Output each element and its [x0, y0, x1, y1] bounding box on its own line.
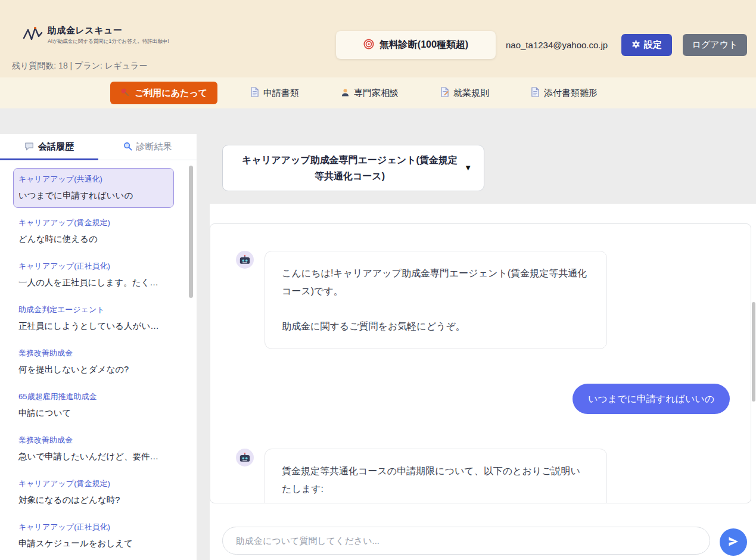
target-icon	[363, 39, 374, 52]
bot-message-bubble: こんにちは!キャリアアップ助成金専門エージェント(賃金規定等共通化コース)です。…	[265, 251, 607, 349]
document-pen-icon	[440, 87, 449, 99]
conversation-item[interactable]: 業務改善助成金 何を提出しないとダメなの?	[13, 342, 174, 382]
nav-item-expert-consultation[interactable]: 専門家相談	[341, 88, 399, 99]
waveform-logo-icon	[23, 26, 43, 44]
conversation-item[interactable]: 業務改善助成金 急いで申請したいんだけど、要件…	[13, 429, 174, 469]
document-icon	[531, 87, 540, 99]
nav-item-guide[interactable]: ご利用にあたって	[110, 82, 217, 104]
conversation-title: キャリアアップ(正社員化)	[18, 522, 169, 533]
conversation-item[interactable]: キャリアアップ(賃金規定) 対象になるのはどんな時?	[13, 472, 174, 512]
free-diagnosis-button[interactable]: 無料診断(100種類超)	[336, 31, 496, 59]
conversation-title: 業務改善助成金	[18, 348, 169, 359]
magnifier-icon	[123, 142, 132, 153]
app-title: 助成金レスキュー	[48, 25, 169, 36]
nav-item-attachment-templates[interactable]: 添付書類雛形	[531, 87, 598, 99]
conversation-title: 業務改善助成金	[18, 435, 169, 446]
message-input-bar	[210, 512, 756, 560]
person-icon	[341, 88, 350, 99]
pushpin-icon	[120, 88, 129, 98]
bot-message-text: 助成金に関するご質問をお気軽にどうぞ。	[282, 318, 590, 335]
conversation-item[interactable]: キャリアアップ(正社員化) 申請スケジュールをおしえて	[13, 516, 174, 556]
document-icon	[250, 87, 259, 99]
nav-item-label: 就業規則	[453, 88, 489, 99]
nav-item-label: 申請書類	[263, 88, 299, 99]
conversation-item[interactable]: 65歳超雇用推進助成金 申請について	[13, 385, 174, 425]
nav-item-application-documents[interactable]: 申請書類	[250, 87, 299, 99]
conversation-preview: 申請について	[18, 407, 169, 419]
conversation-title: キャリアアップ(共通化)	[18, 174, 169, 185]
bot-message-text: こんにちは!キャリアアップ助成金専門エージェント(賃金規定等共通化コース)です。	[282, 265, 590, 300]
bot-message-row: 賃金規定等共通化コースの申請期限について、以下のとおりご説明いたします:	[236, 449, 730, 503]
chat-bubble-icon	[24, 142, 34, 153]
conversation-preview: 正社員にしようとしている人がい…	[18, 321, 169, 332]
user-email: nao_ta1234@yahoo.co.jp	[506, 31, 608, 59]
conversation-preview: 対象になるのはどんな時?	[18, 494, 169, 506]
app-header: 助成金レスキュー AIが助成金に関する質問に1分でお答え。特許出願中! 残り質問…	[0, 0, 756, 77]
tab-label: 診断結果	[136, 141, 172, 153]
agent-selector-label: キャリアアップ助成金専門エージェント(賃金規定等共通化コース)	[241, 152, 459, 184]
message-list: こんにちは!キャリアアップ助成金専門エージェント(賃金規定等共通化コース)です。…	[210, 223, 751, 503]
nav-item-work-rules[interactable]: 就業規則	[440, 87, 489, 99]
sidebar-tabs: 会話履歴 診断結果	[0, 134, 197, 160]
user-message-row: いつまでに申請すればいいの	[236, 384, 730, 415]
conversation-title: キャリアアップ(賃金規定)	[18, 478, 169, 489]
nav-item-label: 専門家相談	[354, 88, 399, 99]
tab-conversation-history[interactable]: 会話履歴	[0, 134, 98, 160]
nav-item-label: ご利用にあたって	[135, 88, 207, 99]
sidebar-scrollbar[interactable]	[189, 166, 193, 298]
logout-label: ログアウト	[692, 39, 738, 51]
conversation-preview: いつまでに申請すればいいの	[18, 190, 169, 201]
chat-input[interactable]	[222, 527, 710, 555]
logo-text: 助成金レスキュー AIが助成金に関する質問に1分でお答え。特許出願中!	[48, 25, 169, 45]
bot-message-row: こんにちは!キャリアアップ助成金専門エージェント(賃金規定等共通化コース)です。…	[236, 251, 730, 349]
app-root: 助成金レスキュー AIが助成金に関する質問に1分でお答え。特許出願中! 残り質問…	[0, 0, 756, 560]
logo[interactable]: 助成金レスキュー AIが助成金に関する質問に1分でお答え。特許出願中!	[23, 25, 169, 45]
bot-message-text: 賃金規定等共通化コースの申請期限について、以下のとおりご説明いたします:	[282, 462, 590, 497]
nav-item-label: 添付書類雛形	[544, 88, 598, 99]
conversation-preview: 急いで申請したいんだけど、要件…	[18, 451, 169, 462]
free-diagnosis-label: 無料診断(100種類超)	[379, 39, 468, 51]
conversation-sidebar: 会話履歴 診断結果 キャリアアップ(共通化) いつまでに申請すればいいの キャリ…	[0, 134, 197, 560]
bot-message-bubble: 賃金規定等共通化コースの申請期限について、以下のとおりご説明いたします:	[265, 449, 607, 503]
conversation-item[interactable]: キャリアアップ(共通化) いつまでに申請すればいいの	[13, 168, 174, 208]
main-nav: ご利用にあたって 申請書類 専門家相談 就業規則 添付書類雛形	[0, 77, 756, 108]
app-tagline: AIが助成金に関する質問に1分でお答え。特許出願中!	[48, 38, 169, 45]
settings-label: 設定	[644, 39, 662, 51]
chat-scrollbar[interactable]	[752, 302, 755, 402]
tab-label: 会話履歴	[38, 141, 74, 153]
user-message-bubble: いつまでに申請すればいいの	[573, 384, 730, 415]
logout-button[interactable]: ログアウト	[683, 34, 747, 56]
conversation-list: キャリアアップ(共通化) いつまでに申請すればいいの キャリアアップ(賃金規定)…	[0, 160, 197, 560]
conversation-item[interactable]: キャリアアップ(賃金規定) どんな時に使えるの	[13, 211, 174, 251]
conversation-preview: どんな時に使えるの	[18, 234, 169, 245]
conversation-preview: 申請スケジュールをおしえて	[18, 538, 169, 549]
chevron-down-icon: ▼	[464, 161, 472, 175]
tab-diagnosis-results[interactable]: 診断結果	[98, 134, 197, 160]
conversation-preview: 何を提出しないとダメなの?	[18, 364, 169, 375]
conversation-item[interactable]: キャリアアップ(正社員化) 一人の人を正社員にします。たく…	[13, 255, 174, 295]
conversation-preview: 一人の人を正社員にします。たく…	[18, 277, 169, 288]
quota-text: 残り質問数: 18 | プラン: レギュラー	[12, 61, 147, 71]
conversation-item[interactable]: 助成金判定エージェント 正社員にしようとしている人がい…	[13, 298, 174, 338]
conversation-title: 65歳超雇用推進助成金	[18, 391, 169, 402]
gear-icon	[631, 40, 640, 51]
robot-avatar	[236, 449, 254, 466]
chat-panel: こんにちは!キャリアアップ助成金専門エージェント(賃金規定等共通化コース)です。…	[210, 204, 756, 512]
paper-plane-icon	[727, 536, 739, 549]
conversation-title: キャリアアップ(正社員化)	[18, 261, 169, 272]
conversation-title: キャリアアップ(賃金規定)	[18, 217, 169, 228]
send-button[interactable]	[720, 528, 747, 556]
chat-area: キャリアアップ助成金専門エージェント(賃金規定等共通化コース) ▼ こんにちは!…	[210, 134, 756, 560]
settings-button[interactable]: 設定	[621, 34, 672, 56]
conversation-title: 助成金判定エージェント	[18, 304, 169, 315]
agent-selector-dropdown[interactable]: キャリアアップ助成金専門エージェント(賃金規定等共通化コース) ▼	[222, 145, 484, 191]
robot-avatar	[236, 251, 254, 269]
